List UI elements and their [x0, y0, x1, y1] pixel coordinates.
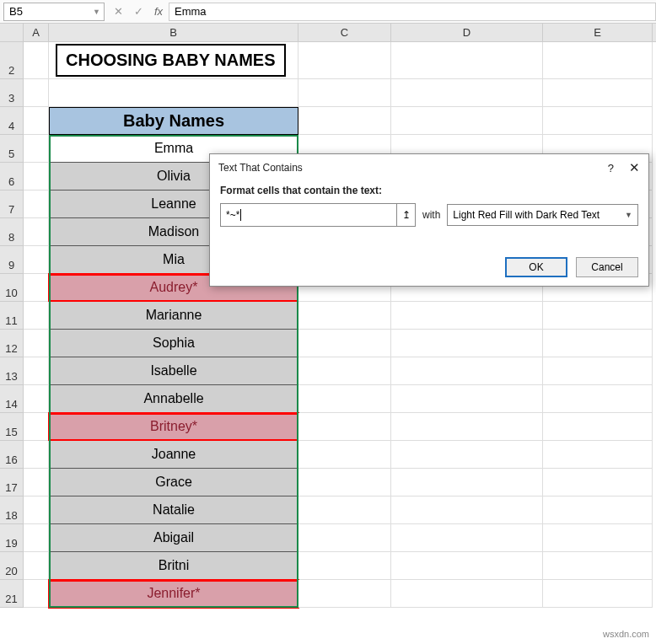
row-header[interactable]: 6: [0, 163, 24, 191]
cell[interactable]: [298, 302, 391, 330]
cell[interactable]: [24, 191, 49, 218]
row-header[interactable]: 17: [0, 469, 24, 496]
row-header[interactable]: 4: [0, 107, 24, 135]
name-cell[interactable]: Britney*: [49, 413, 298, 441]
row-header[interactable]: 14: [0, 385, 24, 413]
title-cell[interactable]: CHOOSING BABY NAMES: [49, 42, 298, 79]
cell[interactable]: [543, 413, 653, 441]
name-cell[interactable]: Annabelle: [49, 385, 298, 413]
cell[interactable]: [543, 441, 653, 469]
row-header[interactable]: 15: [0, 413, 24, 441]
cell[interactable]: [24, 496, 49, 524]
row-header[interactable]: 18: [0, 496, 24, 524]
cell[interactable]: [298, 469, 391, 496]
cell[interactable]: [24, 385, 49, 413]
name-cell[interactable]: Natalie: [49, 496, 298, 524]
formula-input[interactable]: Emma: [169, 3, 656, 21]
col-header-a[interactable]: A: [24, 24, 49, 41]
col-header-b[interactable]: B: [49, 24, 298, 41]
cell[interactable]: [24, 552, 49, 580]
cell[interactable]: [24, 469, 49, 496]
name-cell[interactable]: Marianne: [49, 302, 298, 330]
row-header[interactable]: 5: [0, 135, 24, 163]
cell[interactable]: [298, 42, 391, 79]
cell[interactable]: [298, 79, 391, 107]
range-selector-icon[interactable]: ↥: [396, 204, 415, 226]
row-header[interactable]: 11: [0, 302, 24, 330]
cell[interactable]: [391, 552, 543, 580]
cell[interactable]: [543, 107, 653, 135]
col-header-d[interactable]: D: [391, 24, 543, 41]
ok-button[interactable]: OK: [505, 257, 567, 277]
cell[interactable]: [24, 330, 49, 357]
cell[interactable]: [391, 469, 543, 496]
cell[interactable]: [24, 524, 49, 552]
name-cell[interactable]: Joanne: [49, 441, 298, 469]
cell[interactable]: [24, 246, 49, 274]
cell[interactable]: [24, 163, 49, 191]
name-box-dropdown-icon[interactable]: ▼: [93, 8, 100, 16]
cell[interactable]: [24, 42, 49, 79]
cell[interactable]: [24, 302, 49, 330]
cell[interactable]: [391, 385, 543, 413]
cell[interactable]: [543, 496, 653, 524]
cell[interactable]: [391, 79, 543, 107]
cell[interactable]: [24, 580, 49, 608]
text-contains-input[interactable]: *~*: [221, 204, 314, 226]
cell[interactable]: [543, 302, 653, 330]
cell[interactable]: [298, 524, 391, 552]
cell[interactable]: [543, 357, 653, 385]
col-header-c[interactable]: C: [298, 24, 391, 41]
row-header[interactable]: 16: [0, 441, 24, 469]
name-box[interactable]: B5 ▼: [3, 3, 105, 21]
cell[interactable]: [24, 135, 49, 163]
cell[interactable]: [391, 42, 543, 79]
row-header[interactable]: 3: [0, 79, 24, 107]
row-header[interactable]: 9: [0, 246, 24, 274]
col-header-e[interactable]: E: [543, 24, 653, 41]
cell[interactable]: [543, 385, 653, 413]
cell[interactable]: [391, 330, 543, 357]
format-select[interactable]: Light Red Fill with Dark Red Text ▼: [447, 204, 638, 226]
cell[interactable]: [298, 107, 391, 135]
cell[interactable]: [298, 413, 391, 441]
cell[interactable]: [543, 524, 653, 552]
cell[interactable]: [391, 302, 543, 330]
select-all-corner[interactable]: [0, 24, 24, 41]
cell[interactable]: [391, 496, 543, 524]
row-header[interactable]: 20: [0, 552, 24, 580]
cell[interactable]: [24, 441, 49, 469]
cell[interactable]: [543, 42, 653, 79]
cell[interactable]: [543, 79, 653, 107]
cancel-button[interactable]: Cancel: [576, 257, 638, 277]
fx-icon[interactable]: fx: [148, 5, 169, 18]
close-icon[interactable]: ✕: [629, 160, 640, 175]
cell[interactable]: [391, 441, 543, 469]
cell[interactable]: [24, 107, 49, 135]
cell[interactable]: [24, 357, 49, 385]
row-header[interactable]: 10: [0, 274, 24, 302]
cell[interactable]: [543, 552, 653, 580]
name-cell[interactable]: Abigail: [49, 524, 298, 552]
cell[interactable]: [298, 385, 391, 413]
help-icon[interactable]: ?: [608, 162, 614, 174]
cell[interactable]: [24, 79, 49, 107]
row-header[interactable]: 12: [0, 330, 24, 357]
cell[interactable]: [24, 413, 49, 441]
cell[interactable]: [391, 524, 543, 552]
cell[interactable]: [543, 330, 653, 357]
name-cell[interactable]: Britni: [49, 552, 298, 580]
row-header[interactable]: 13: [0, 357, 24, 385]
cell[interactable]: [298, 496, 391, 524]
row-header[interactable]: 8: [0, 218, 24, 246]
row-header[interactable]: 2: [0, 42, 24, 79]
row-header[interactable]: 19: [0, 524, 24, 552]
cell[interactable]: [24, 218, 49, 246]
cell[interactable]: [543, 580, 653, 608]
cell[interactable]: [298, 580, 391, 608]
row-header[interactable]: 21: [0, 580, 24, 608]
cell[interactable]: [391, 580, 543, 608]
cell[interactable]: [298, 357, 391, 385]
cell[interactable]: [298, 330, 391, 357]
cell[interactable]: [49, 79, 298, 107]
